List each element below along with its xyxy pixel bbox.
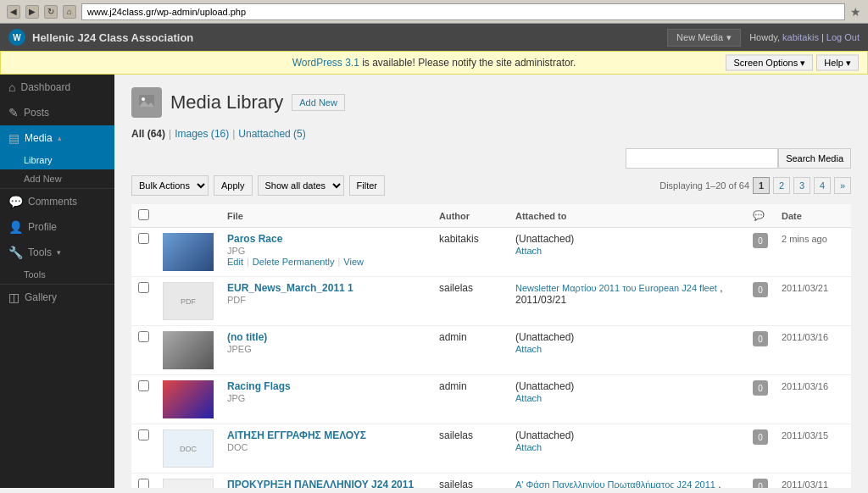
date-text: 2011/03/16	[782, 381, 828, 391]
view-link[interactable]: View	[343, 257, 364, 267]
row-checkbox[interactable]	[138, 282, 149, 293]
bulk-actions-select[interactable]: Bulk Actions	[131, 175, 209, 196]
search-input[interactable]	[626, 148, 778, 169]
row-checkbox[interactable]	[138, 233, 149, 244]
posts-icon: ✎	[8, 106, 19, 119]
media-collapse-arrow[interactable]: ▴	[58, 134, 62, 142]
logout-link[interactable]: Log Out	[826, 32, 860, 42]
sidebar-item-gallery[interactable]: ◫ Gallery	[0, 285, 114, 310]
file-name-link[interactable]: (no title)	[227, 331, 267, 343]
sidebar-item-posts[interactable]: ✎ Posts	[0, 100, 114, 125]
wp-icon: W	[8, 29, 25, 46]
tools-collapse-arrow[interactable]: ▾	[57, 248, 61, 257]
comment-count: 0	[753, 479, 768, 488]
gallery-icon: ◫	[8, 291, 19, 304]
row-checkbox[interactable]	[138, 380, 149, 391]
page-next-link[interactable]: »	[834, 177, 851, 194]
toolbar-left: Bulk Actions Apply Show all dates Filter	[131, 175, 385, 196]
attach-link[interactable]: Attach	[515, 246, 542, 256]
date-filter-select[interactable]: Show all dates	[258, 175, 344, 196]
date-text: 2 mins ago	[782, 234, 827, 244]
username-link[interactable]: kabitakis	[782, 32, 819, 42]
delete-link[interactable]: Delete Permanently	[253, 257, 335, 267]
filter-tab-all[interactable]: All (64)	[131, 128, 165, 140]
page-4-link[interactable]: 4	[814, 177, 831, 194]
help-btn[interactable]: Help ▾	[816, 55, 859, 71]
page-icon	[131, 87, 162, 118]
notification-bar: WordPress 3.1 is available! Please notif…	[0, 51, 868, 75]
attach-link[interactable]: Attach	[515, 344, 542, 354]
sidebar-item-dashboard[interactable]: ⌂ Dashboard	[0, 75, 114, 100]
comment-count: 0	[753, 331, 768, 346]
address-bar[interactable]	[81, 3, 845, 20]
sidebar-item-label: Comments	[28, 196, 77, 208]
page-3-link[interactable]: 3	[793, 177, 810, 194]
row-checkbox[interactable]	[138, 479, 149, 488]
comments-icon: 💬	[8, 195, 23, 208]
filter-button[interactable]: Filter	[349, 175, 385, 196]
select-all-checkbox[interactable]	[138, 209, 149, 220]
author-text: admin	[439, 380, 467, 392]
file-name-link[interactable]: EUR_News_March_2011 1	[227, 282, 353, 294]
file-name-link[interactable]: ΠΡΟΚΥΡΗΞΗ ΠΑΝΕΛΛΗΝΙΟΥ J24 2011	[227, 479, 414, 488]
attached-text: (Unattached)	[515, 429, 574, 441]
dashboard-icon: ⌂	[8, 80, 15, 94]
file-type: PDF	[227, 295, 246, 305]
filter-tab-images[interactable]: Images (16)	[175, 128, 229, 140]
row-checkbox[interactable]	[138, 429, 149, 440]
sidebar-item-label: Gallery	[25, 291, 57, 303]
table-row: Paros Race JPG Edit | Delete Permanently…	[131, 228, 851, 277]
refresh-btn[interactable]: ↻	[44, 5, 58, 19]
filter-sep-2: |	[232, 128, 235, 140]
comment-count: 0	[753, 233, 768, 248]
attached-link[interactable]: Newsletter Μαρτίου 2011 του European J24…	[515, 283, 717, 293]
media-table: File Author Attached to 💬 Date Paros Rac…	[131, 204, 851, 488]
new-media-button[interactable]: New Media ▾	[667, 29, 741, 47]
row-checkbox[interactable]	[138, 331, 149, 342]
wp-admin-bar: W Hellenic J24 Class Association New Med…	[0, 24, 868, 51]
content-area: Media Library Add New All (64) | Images …	[114, 75, 868, 488]
sidebar-item-tools[interactable]: 🔧 Tools ▾	[0, 240, 114, 265]
thumbnail: DOC	[163, 429, 214, 468]
page-title: Media Library	[170, 91, 283, 114]
add-new-button[interactable]: Add New	[292, 94, 345, 111]
sidebar-subitem-add-new[interactable]: Add New	[0, 169, 114, 188]
attached-text: (Unattached)	[515, 331, 574, 343]
file-type: JPG	[227, 393, 245, 403]
search-media-button[interactable]: Search Media	[778, 148, 851, 169]
bookmark-icon[interactable]: ★	[850, 5, 861, 19]
forward-btn[interactable]: ▶	[25, 5, 39, 19]
howdy-text: Howdy, kabitakis | Log Out	[749, 32, 860, 42]
sidebar-item-profile[interactable]: 👤 Profile	[0, 214, 114, 240]
attached-link[interactable]: Α' Φάση Πανελληνίου Πρωταθλήματος J24 20…	[515, 479, 715, 488]
page-1-link[interactable]: 1	[753, 177, 770, 194]
sidebar-subitem-tools[interactable]: Tools	[0, 265, 114, 284]
row-actions: Edit | Delete Permanently | View	[227, 257, 426, 267]
apply-button[interactable]: Apply	[214, 175, 253, 196]
wp-update-link[interactable]: WordPress 3.1	[292, 57, 359, 69]
file-type: JPG	[227, 246, 245, 256]
sidebar-subitem-library[interactable]: Library	[0, 151, 114, 169]
page-header: Media Library Add New	[131, 87, 851, 118]
action-sep: |	[337, 257, 340, 267]
edit-link[interactable]: Edit	[227, 257, 243, 267]
sidebar-item-media[interactable]: ▤ Media ▴	[0, 125, 114, 151]
page-2-link[interactable]: 2	[773, 177, 790, 194]
file-name-link[interactable]: Paros Race	[227, 233, 282, 245]
back-btn[interactable]: ◀	[7, 5, 20, 19]
file-name-link[interactable]: ΑΙΤΗΣΗ ΕΓΓΡΑΦΗΣ ΜΕΛΟΥΣ	[227, 429, 366, 441]
file-name-link[interactable]: Racing Flags	[227, 380, 291, 392]
filter-sep-1: |	[169, 128, 171, 140]
author-text: kabitakis	[439, 233, 479, 245]
attach-link[interactable]: Attach	[515, 393, 542, 403]
sidebar-item-comments[interactable]: 💬 Comments	[0, 189, 114, 214]
comment-count: 0	[753, 282, 768, 297]
home-btn[interactable]: ⌂	[63, 5, 76, 19]
site-logo: W Hellenic J24 Class Association	[8, 29, 193, 46]
sidebar-item-label: Profile	[28, 221, 57, 233]
thumbnail: PDF	[163, 479, 214, 488]
attach-link[interactable]: Attach	[515, 442, 542, 452]
screen-options-btn[interactable]: Screen Options ▾	[726, 55, 813, 71]
screen-options-area: Screen Options ▾ Help ▾	[726, 55, 859, 71]
filter-tab-unattached[interactable]: Unattached (5)	[238, 128, 305, 140]
